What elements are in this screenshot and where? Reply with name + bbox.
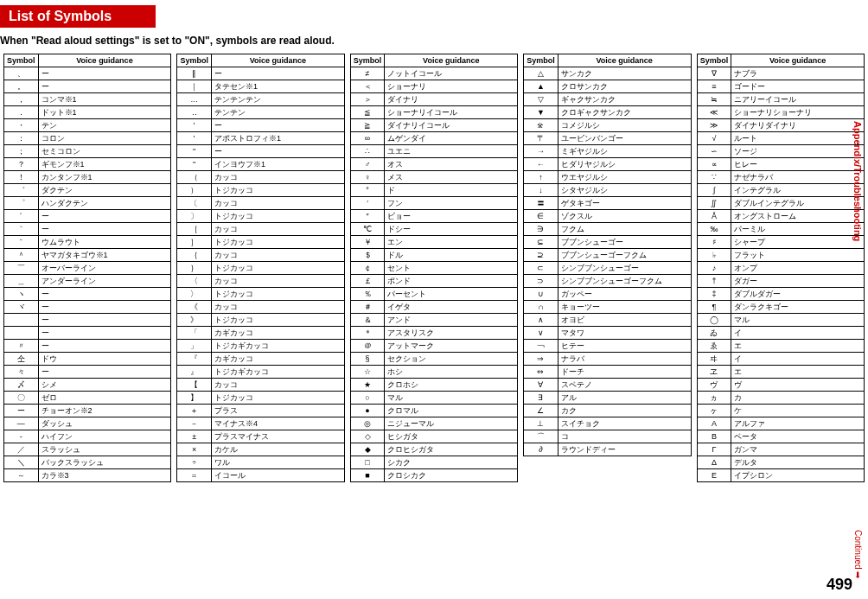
table-row: ¨ウムラウト <box>4 236 171 249</box>
symbol-cell: ｝ <box>177 262 212 275</box>
table-row: Δデルタ <box>697 456 864 469</box>
symbol-cell: ≒ <box>697 93 731 106</box>
table-row: …テンテンテン <box>177 93 344 106</box>
symbol-cell: § <box>350 353 385 366</box>
symbol-cell: ◎ <box>350 417 385 430</box>
symbol-cell: ● <box>350 405 385 417</box>
voice-cell: ゴードー <box>731 80 865 93</box>
table-row: ※コメジルシ <box>524 119 691 132</box>
symbol-cell: ゞ <box>4 327 39 340</box>
voice-cell: アンダーライン <box>38 275 171 288</box>
voice-cell: インテグラル <box>731 184 865 197</box>
table-row: ♪オンプ <box>697 262 864 275</box>
symbol-cell: ≧ <box>350 119 385 132</box>
table-row: "インヨウフ※1 <box>177 158 344 171</box>
voice-cell: ムゲンダイ <box>385 132 518 145</box>
symbol-cell: ～ <box>4 469 39 482</box>
symbol-cell: ￥ <box>350 236 385 249</box>
table-row: ゐイ <box>697 327 864 340</box>
voice-cell: バックスラッシュ <box>38 456 171 469</box>
voice-cell: ー <box>38 366 171 379</box>
voice-cell: フクム <box>558 223 691 236</box>
symbol-cell: Β <box>697 430 731 443</box>
symbol-cell: ＃ <box>350 301 385 314</box>
table-row: ◎ニジューマル <box>350 417 517 430</box>
voice-cell: シメ <box>38 379 171 392</box>
table-row: 〓ゲタキゴー <box>524 197 691 210</box>
symbol-cell: ｛ <box>177 249 212 262</box>
symbol-cell: ▼ <box>524 106 558 119</box>
symbol-cell: ゑ <box>697 340 731 353</box>
voice-cell: ドシー <box>385 223 518 236</box>
voice-cell: オングストローム <box>731 210 865 223</box>
table-row: ゞー <box>4 327 171 340</box>
symbol-cell: ♯ <box>697 236 731 249</box>
voice-cell: イ <box>731 353 865 366</box>
symbol-cell: ￢ <box>524 340 558 353</box>
voice-cell: パーセント <box>385 288 518 301</box>
table-row: 《カッコ <box>177 301 344 314</box>
symbol-cell: ∠ <box>524 405 558 417</box>
voice-cell: エン <box>385 236 518 249</box>
table-row: ∬ダブルインテグラル <box>697 197 864 210</box>
col-header-symbol: Symbol <box>350 54 385 67</box>
voice-cell: ウムラウト <box>38 236 171 249</box>
table-row: 【カッコ <box>177 379 344 392</box>
symbol-cell: ≫ <box>697 119 731 132</box>
voice-cell: コメジルシ <box>558 119 691 132</box>
table-row: ＞ダイナリ <box>350 93 517 106</box>
table-row: ｝トジカッコ <box>177 262 344 275</box>
symbol-cell: ［ <box>177 223 212 236</box>
symbol-table: SymbolVoice guidance≠ノットイコール＜ショーナリ＞ダイナリ≦… <box>350 54 518 482</box>
table-row: ＿アンダーライン <box>4 275 171 288</box>
symbol-cell: ← <box>524 158 558 171</box>
table-row: ∂ラウンドディー <box>524 443 691 456</box>
symbol-cell: ¶ <box>697 301 731 314</box>
voice-cell: ソージ <box>731 145 865 158</box>
table-row: Γガンマ <box>697 443 864 456</box>
voice-cell: アットマーク <box>385 340 518 353</box>
table-row: Βベータ <box>697 430 864 443</box>
symbol-cell: □ <box>350 456 385 469</box>
symbol-cell: ℃ <box>350 223 385 236</box>
table-row: 'アポストロフィ※1 <box>177 132 344 145</box>
voice-cell: ダッシュ <box>38 417 171 430</box>
voice-cell: カケル <box>211 443 344 456</box>
voice-cell: トジカッコ <box>211 184 344 197</box>
symbol-cell: ＜ <box>350 80 385 93</box>
table-row: ∩キョーツー <box>524 301 691 314</box>
table-row: ゛ダクテン <box>4 184 171 197</box>
voice-cell: アスタリスク <box>385 327 518 340</box>
col-header-voice: Voice guidance <box>211 54 344 67</box>
symbol-cell: ▲ <box>524 80 558 93</box>
table-row: 〇ゼロ <box>4 392 171 405</box>
voice-cell: カッコ <box>211 223 344 236</box>
symbol-cell: ' <box>177 119 212 132</box>
table-row: ∀スベテノ <box>524 379 691 392</box>
voice-cell: カッコ <box>211 301 344 314</box>
voice-cell: シンブブンシューゴーフクム <box>558 275 691 288</box>
table-row: ヵカ <box>697 392 864 405</box>
symbol-cell: ≠ <box>350 67 385 80</box>
table-row: ■クロシカク <box>350 469 517 482</box>
voice-cell: カッコ <box>211 197 344 210</box>
table-row: ＝イコール <box>177 469 344 482</box>
voice-cell: ドル <box>385 249 518 262</box>
table-row: ≪ショーナリショーナリ <box>697 106 864 119</box>
voice-cell: ヤマガタキゴウ※1 <box>38 249 171 262</box>
table-row: ☆ホシ <box>350 366 517 379</box>
table-row: ‡ダブルダガー <box>697 288 864 301</box>
table-row: ヱエ <box>697 366 864 379</box>
voice-cell: シカク <box>385 456 518 469</box>
voice-cell: トジカギカッコ <box>211 366 344 379</box>
table-row: ↓シタヤジルシ <box>524 184 691 197</box>
symbol-cell: ＾ <box>4 249 39 262</box>
voice-cell: カク <box>558 405 691 417</box>
symbol-cell: ヾ <box>4 301 39 314</box>
table-row: ∋フクム <box>524 223 691 236</box>
table-row: ｀ー <box>4 223 171 236</box>
symbol-cell: ＼ <box>4 456 39 469</box>
table-row: ヰイ <box>697 353 864 366</box>
table-row: 〕トジカッコ <box>177 210 344 223</box>
col-header-symbol: Symbol <box>177 54 212 67</box>
